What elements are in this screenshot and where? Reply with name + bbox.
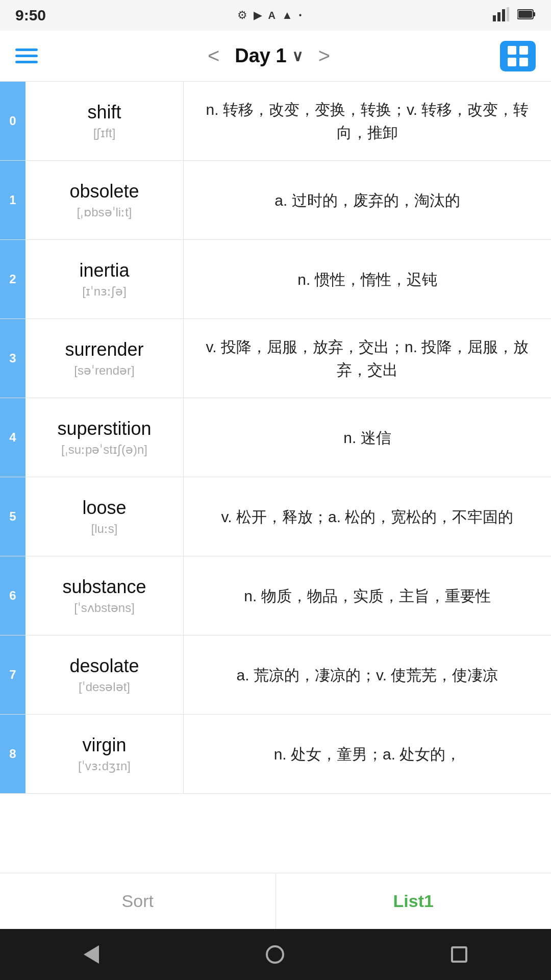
word-text: loose — [82, 497, 126, 519]
word-text: obsolete — [69, 181, 139, 202]
word-column: shift[ʃɪft] — [26, 82, 184, 160]
row-index: 3 — [0, 319, 26, 398]
word-text: surrender — [65, 339, 143, 360]
play-icon: ▶ — [254, 9, 262, 22]
word-phonetic: [ɪˈnɜːʃə] — [82, 284, 127, 299]
recents-icon — [451, 946, 467, 963]
svg-rect-6 — [518, 11, 532, 18]
word-text: superstition — [57, 418, 151, 439]
battery-icon — [517, 9, 536, 22]
table-row[interactable]: 0shift[ʃɪft]n. 转移，改变，变换，转换；v. 转移，改变，转向，推… — [0, 82, 551, 161]
recents-button[interactable] — [451, 946, 467, 963]
word-column: substance[ˈsʌbstəns] — [26, 556, 184, 635]
prev-button[interactable]: < — [203, 44, 224, 67]
table-row[interactable]: 2inertia[ɪˈnɜːʃə]n. 惯性，惰性，迟钝 — [0, 240, 551, 319]
back-icon — [84, 945, 99, 964]
gear-icon: ⚙ — [237, 9, 247, 22]
status-right — [493, 7, 536, 23]
word-phonetic: [ˌɒbsəˈliːt] — [77, 205, 132, 219]
table-row[interactable]: 8virgin[ˈvɜːdʒɪn]n. 处女，童男；a. 处女的， — [0, 715, 551, 794]
word-definition: n. 转移，改变，变换，转换；v. 转移，改变，转向，推卸 — [184, 82, 551, 160]
signal-icon — [493, 7, 509, 23]
word-phonetic: [luːs] — [91, 522, 117, 536]
back-button[interactable] — [84, 945, 99, 964]
row-index: 8 — [0, 715, 26, 793]
word-column: superstition[ˌsuːpəˈstɪʃ(ə)n] — [26, 398, 184, 477]
home-button[interactable] — [266, 945, 284, 964]
word-definition: a. 过时的，废弃的，淘汰的 — [184, 161, 551, 239]
word-text: virgin — [82, 734, 126, 756]
font-icon: A — [268, 10, 276, 21]
table-row[interactable]: 6substance[ˈsʌbstəns]n. 物质，物品，实质，主旨，重要性 — [0, 556, 551, 635]
row-index: 4 — [0, 398, 26, 477]
nav-center: < Day 1 ∨ > — [203, 44, 335, 67]
svg-rect-5 — [533, 12, 535, 16]
svg-rect-0 — [493, 15, 496, 21]
svg-rect-1 — [497, 12, 500, 21]
word-text: substance — [62, 576, 146, 598]
row-index: 2 — [0, 240, 26, 318]
status-time: 9:50 — [15, 7, 46, 24]
word-column: virgin[ˈvɜːdʒɪn] — [26, 715, 184, 793]
table-row[interactable]: 4superstition[ˌsuːpəˈstɪʃ(ə)n]n. 迷信 — [0, 398, 551, 477]
word-definition: n. 惯性，惰性，迟钝 — [184, 240, 551, 318]
word-phonetic: [ˈvɜːdʒɪn] — [78, 759, 131, 773]
bottom-tabs: Sort List1 — [0, 873, 551, 929]
row-index: 0 — [0, 82, 26, 160]
vocab-list: 0shift[ʃɪft]n. 转移，改变，变换，转换；v. 转移，改变，转向，推… — [0, 82, 551, 873]
word-phonetic: [ˈdesələt] — [79, 680, 130, 694]
wifi-icon: ▲ — [282, 9, 293, 22]
word-column: surrender[səˈrendər] — [26, 319, 184, 398]
row-index: 6 — [0, 556, 26, 635]
chevron-down-icon: ∨ — [292, 47, 303, 65]
svg-rect-8 — [519, 46, 528, 55]
word-phonetic: [ˈsʌbstəns] — [74, 601, 135, 615]
dot-icon: • — [299, 11, 302, 20]
table-row[interactable]: 1obsolete[ˌɒbsəˈliːt]a. 过时的，废弃的，淘汰的 — [0, 161, 551, 240]
svg-rect-7 — [508, 46, 516, 55]
row-index: 7 — [0, 635, 26, 714]
table-row[interactable]: 5loose[luːs]v. 松开，释放；a. 松的，宽松的，不牢固的 — [0, 477, 551, 556]
list1-tab[interactable]: List1 — [276, 873, 552, 929]
menu-icon[interactable] — [15, 48, 38, 63]
grid-view-button[interactable] — [500, 41, 536, 71]
word-column: loose[luːs] — [26, 477, 184, 556]
word-text: inertia — [79, 260, 129, 281]
table-row[interactable]: 7desolate[ˈdesələt]a. 荒凉的，凄凉的；v. 使荒芜，使凄凉 — [0, 635, 551, 715]
svg-rect-10 — [519, 58, 528, 66]
sort-tab[interactable]: Sort — [0, 873, 276, 929]
word-text: desolate — [69, 655, 139, 677]
word-phonetic: [ˌsuːpəˈstɪʃ(ə)n] — [61, 443, 147, 457]
status-bar: 9:50 ⚙ ▶ A ▲ • — [0, 0, 551, 31]
row-index: 5 — [0, 477, 26, 556]
table-row[interactable]: 3surrender[səˈrendər]v. 投降，屈服，放弃，交出；n. 投… — [0, 319, 551, 398]
nav-bar: < Day 1 ∨ > — [0, 31, 551, 82]
status-icons: ⚙ ▶ A ▲ • — [237, 9, 302, 22]
word-definition: n. 处女，童男；a. 处女的， — [184, 715, 551, 793]
word-definition: n. 迷信 — [184, 398, 551, 477]
word-definition: n. 物质，物品，实质，主旨，重要性 — [184, 556, 551, 635]
nav-title[interactable]: Day 1 ∨ — [235, 45, 303, 67]
word-column: obsolete[ˌɒbsəˈliːt] — [26, 161, 184, 239]
word-phonetic: [ʃɪft] — [93, 126, 116, 140]
word-column: inertia[ɪˈnɜːʃə] — [26, 240, 184, 318]
word-definition: a. 荒凉的，凄凉的；v. 使荒芜，使凄凉 — [184, 635, 551, 714]
row-index: 1 — [0, 161, 26, 239]
android-nav — [0, 929, 551, 980]
word-text: shift — [87, 102, 121, 123]
next-button[interactable]: > — [313, 44, 335, 67]
home-icon — [266, 945, 284, 964]
svg-rect-9 — [508, 58, 516, 66]
word-definition: v. 投降，屈服，放弃，交出；n. 投降，屈服，放弃，交出 — [184, 319, 551, 398]
word-definition: v. 松开，释放；a. 松的，宽松的，不牢固的 — [184, 477, 551, 556]
word-phonetic: [səˈrendər] — [74, 363, 134, 378]
word-column: desolate[ˈdesələt] — [26, 635, 184, 714]
svg-rect-2 — [502, 9, 505, 21]
svg-rect-3 — [507, 7, 509, 21]
